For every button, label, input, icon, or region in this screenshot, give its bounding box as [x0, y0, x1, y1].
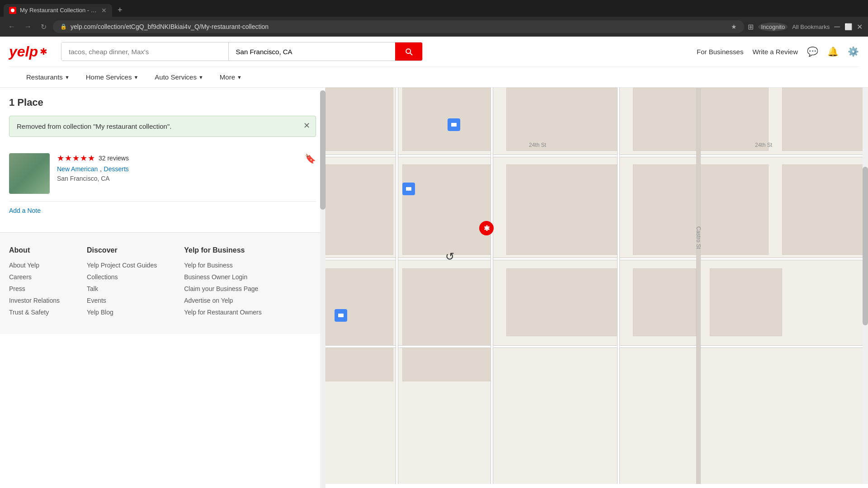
left-panel: 1 Place Removed from collection "My rest…: [0, 88, 326, 484]
chat-icon[interactable]: 💬: [807, 46, 818, 57]
footer-about-heading: About: [9, 246, 60, 254]
business-image[interactable]: [9, 153, 50, 194]
tab-favicon: [9, 7, 16, 14]
nav-more[interactable]: More ▼: [212, 67, 250, 87]
new-tab-button[interactable]: +: [114, 4, 126, 17]
left-panel-scrollbar[interactable]: [320, 90, 326, 484]
map-label-castro: Castro St: [695, 226, 702, 249]
map-block-13: [506, 268, 619, 336]
map-block-10: [782, 164, 868, 255]
footer-yelp-blog[interactable]: Yelp Blog: [87, 309, 157, 316]
footer-trust-safety[interactable]: Trust & Safety: [9, 309, 60, 316]
tab-title: My Restaurant Collection - San...: [20, 7, 98, 14]
footer-yelp-for-business[interactable]: Yelp for Business: [184, 262, 261, 269]
close-button[interactable]: ✕: [857, 23, 863, 31]
road-v-1: [396, 88, 398, 484]
for-businesses-link[interactable]: For Businesses: [697, 48, 743, 56]
nav-auto-services[interactable]: Auto Services ▼: [146, 67, 211, 87]
left-panel-scrollbar-thumb: [320, 90, 326, 210]
map-block-3: [506, 88, 619, 151]
road-v-3: [617, 88, 620, 484]
business-card: ★ ★ ★ ★ ★ 32 reviews New American , Dess…: [9, 146, 316, 202]
map-block-8: [506, 164, 619, 255]
search-button[interactable]: [395, 42, 422, 61]
nav-restaurants-label: Restaurants: [26, 73, 63, 81]
map-label-24th-2: 24th St: [755, 142, 772, 148]
map-cursor: ↺: [445, 250, 454, 263]
search-bar: [61, 42, 423, 61]
profile-icon[interactable]: Incognito: [758, 23, 788, 31]
bell-icon[interactable]: 🔔: [827, 46, 839, 57]
more-dropdown-icon: ▼: [237, 75, 242, 80]
business-rating: ★ ★ ★ ★ ★ 32 reviews: [57, 153, 316, 163]
map-block-12: [402, 268, 493, 381]
nav-home-services-label: Home Services: [86, 73, 132, 81]
footer-yelp-business-column: Yelp for Business Yelp for Business Busi…: [184, 246, 261, 320]
footer-business-owner-login[interactable]: Business Owner Login: [184, 273, 261, 281]
footer-advertise[interactable]: Advertise on Yelp: [184, 297, 261, 304]
footer-claim-business[interactable]: Claim your Business Page: [184, 285, 261, 292]
category-link-2[interactable]: Desserts: [104, 165, 129, 173]
extension-icon[interactable]: ⊞: [748, 23, 754, 31]
map-pin-blue-1[interactable]: [448, 118, 460, 131]
star-4: ★: [80, 153, 87, 163]
footer-careers[interactable]: Careers: [9, 273, 60, 281]
restaurants-dropdown-icon: ▼: [65, 75, 70, 80]
footer-talk[interactable]: Talk: [87, 285, 157, 292]
forward-button[interactable]: →: [22, 21, 34, 33]
add-note-link[interactable]: Add a Note: [9, 207, 316, 214]
back-button[interactable]: ←: [5, 21, 18, 33]
map-pin-blue-2[interactable]: [402, 183, 415, 195]
notification-close-button[interactable]: ✕: [303, 121, 310, 131]
business-info: ★ ★ ★ ★ ★ 32 reviews New American , Dess…: [57, 153, 316, 182]
address-bar[interactable]: 🔒 yelp.com/collection/etCgQ_bf9dNKIBkiai…: [53, 20, 744, 33]
map-block-7: [402, 164, 493, 255]
logo-burst-icon: ✱: [40, 46, 47, 57]
footer-collections[interactable]: Collections: [87, 273, 157, 281]
maximize-button[interactable]: ⬜: [844, 23, 852, 30]
nav-home-services[interactable]: Home Services ▼: [78, 67, 147, 87]
map-block-14: [633, 268, 696, 336]
active-tab[interactable]: My Restaurant Collection - San... ✕: [4, 4, 112, 17]
write-review-link[interactable]: Write a Review: [752, 48, 798, 56]
bookmarks-icon[interactable]: All Bookmarks: [792, 23, 830, 30]
footer-about-yelp[interactable]: About Yelp: [9, 262, 60, 269]
url-display: yelp.com/collection/etCgQ_bf9dNKIBkiai4v…: [71, 23, 727, 30]
footer-discover-column: Discover Yelp Project Cost Guides Collec…: [87, 246, 157, 320]
footer-investor-relations[interactable]: Investor Relations: [9, 297, 60, 304]
footer-press[interactable]: Press: [9, 285, 60, 292]
location-input[interactable]: [229, 42, 396, 61]
svg-rect-1: [451, 123, 457, 127]
footer-cost-guides[interactable]: Yelp Project Cost Guides: [87, 262, 157, 269]
header-links: For Businesses Write a Review 💬 🔔 ⚙️: [697, 46, 859, 57]
road-h-3: [326, 345, 868, 348]
bookmark-button[interactable]: 🔖: [305, 153, 316, 164]
map-block-5: [782, 88, 868, 151]
map-block-4: [633, 88, 769, 151]
tab-close-button[interactable]: ✕: [101, 7, 107, 14]
svg-point-0: [11, 9, 14, 12]
site-header: yelp ✱ For Businesses Write a Review 💬 🔔…: [0, 37, 868, 88]
scrollbar-thumb: [863, 167, 868, 325]
svg-rect-3: [338, 314, 344, 317]
footer-restaurant-owners[interactable]: Yelp for Restaurant Owners: [184, 309, 261, 316]
bookmark-star-icon[interactable]: ★: [731, 23, 737, 30]
search-input[interactable]: [61, 42, 228, 61]
map-pin-blue-3[interactable]: [335, 309, 347, 322]
refresh-button[interactable]: ↻: [38, 21, 49, 33]
footer-yelp-business-heading: Yelp for Business: [184, 246, 261, 254]
footer-events[interactable]: Events: [87, 297, 157, 304]
map-area[interactable]: 24th St 24th St Castro St ✱ ↺: [326, 88, 868, 484]
category-link-1[interactable]: New American: [57, 165, 98, 173]
collection-count: 1 Place: [9, 97, 316, 108]
road-h-1: [326, 155, 868, 157]
minimize-button[interactable]: ─: [834, 22, 840, 32]
user-avatar[interactable]: ⚙️: [848, 46, 859, 57]
road-v-2: [491, 88, 493, 484]
map-pin-red[interactable]: ✱: [479, 221, 494, 235]
map-scrollbar[interactable]: [863, 88, 868, 484]
yelp-logo[interactable]: yelp ✱: [9, 43, 47, 60]
nav-restaurants[interactable]: Restaurants ▼: [18, 67, 78, 87]
map-block-15: [710, 268, 782, 336]
footer-discover-heading: Discover: [87, 246, 157, 254]
